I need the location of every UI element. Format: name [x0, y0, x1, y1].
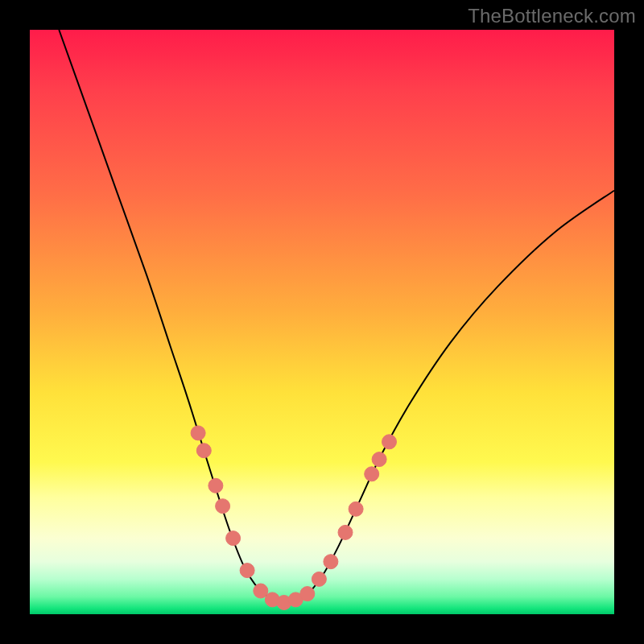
- marker-dot: [240, 564, 254, 578]
- marker-dot: [226, 531, 241, 546]
- bottleneck-curve: [59, 30, 614, 603]
- marker-dot: [312, 572, 326, 586]
- marker-dot: [349, 502, 363, 516]
- chart-frame: TheBottleneck.com: [0, 0, 644, 644]
- marker-dot: [216, 499, 230, 514]
- marker-dot: [300, 587, 315, 601]
- marker-dot: [324, 555, 338, 569]
- marker-dot: [191, 426, 205, 440]
- marker-dot: [208, 478, 223, 493]
- chart-svg: [30, 30, 614, 614]
- marker-dot: [365, 467, 379, 481]
- marker-dot: [372, 452, 386, 467]
- marker-group: [191, 426, 396, 610]
- watermark-text: TheBottleneck.com: [468, 5, 636, 27]
- marker-dot: [196, 444, 211, 458]
- marker-dot: [382, 435, 397, 449]
- plot-area: [30, 30, 614, 614]
- marker-dot: [338, 525, 353, 539]
